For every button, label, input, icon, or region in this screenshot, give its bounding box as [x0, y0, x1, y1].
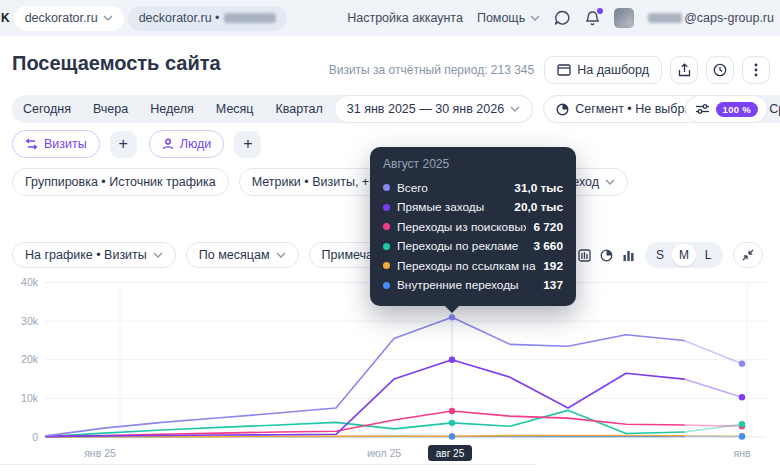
tooltip-row-value: 6 720	[533, 220, 563, 234]
tooltip-row: Переходы из поисковых с...6 720	[383, 217, 563, 237]
series-dot-icon	[383, 204, 390, 211]
segment-pie-icon	[556, 103, 569, 116]
compare-icon	[25, 138, 38, 150]
people-metric-pill[interactable]: Люди	[149, 130, 225, 158]
svg-text:0: 0	[32, 431, 38, 443]
period-filter-row: Сегодня Вчера Неделя Месяц Квартал 31 ян…	[12, 95, 780, 123]
chart-size-switcher: S M L	[645, 242, 723, 268]
size-l[interactable]: L	[696, 244, 720, 266]
svg-text:янв 25: янв 25	[84, 447, 116, 459]
dashboard-icon	[557, 64, 571, 76]
collapse-icon	[742, 249, 754, 261]
tooltip-row: Переходы по рекламе3 660	[383, 237, 563, 257]
people-metric-label: Люди	[180, 137, 212, 151]
visits-metric-label: Визиты	[44, 137, 87, 151]
tooltip-rows: Всего31,0 тысПрямые заходы20,0 тысПерехо…	[383, 178, 563, 295]
svg-text:янв: янв	[733, 447, 750, 459]
counter-selector-label: deckorator.ru	[25, 11, 98, 25]
sampling-button[interactable]: 100 %	[685, 95, 768, 123]
visits-metric-pill[interactable]: Визиты	[12, 130, 100, 158]
series-dot-icon	[383, 243, 390, 250]
account-settings-link[interactable]: Настройка аккаунта	[347, 11, 463, 25]
tooltip-row: Переходы по ссылкам на ...192	[383, 256, 563, 276]
site-favicon-icon: K	[1, 11, 10, 25]
history-button[interactable]	[706, 56, 734, 84]
chart-view-controls: S M L	[578, 242, 763, 268]
tooltip-row-value: 3 660	[533, 239, 563, 253]
grouping-label: Группировка • Источник трафика	[25, 175, 216, 189]
on-chart-selector[interactable]: На графике • Визиты	[12, 242, 176, 268]
avatar[interactable]	[614, 8, 634, 28]
counter-breadcrumb[interactable]: deckorator.ru •	[128, 6, 288, 31]
notification-dot	[597, 8, 603, 14]
to-dashboard-label: На дашборд	[577, 63, 649, 77]
add-people-metric-button[interactable]: +	[234, 131, 261, 158]
tab-quarter[interactable]: Квартал	[265, 102, 334, 116]
metrics-row: Визиты + Люди +	[12, 130, 261, 158]
series-dot-icon	[383, 223, 390, 230]
period-visits-total: Визиты за отчётный период: 213 345	[329, 63, 535, 77]
on-chart-label: На графике • Визиты	[25, 248, 147, 262]
attribution-label: еход	[572, 175, 599, 189]
counter-selector[interactable]: deckorator.ru	[14, 6, 124, 31]
person-icon	[162, 138, 174, 150]
tooltip-row-value: 137	[543, 278, 563, 292]
more-menu-button[interactable]	[742, 56, 770, 84]
tab-week[interactable]: Неделя	[139, 102, 205, 116]
help-label: Помощь	[477, 11, 525, 25]
tooltip-row: Внутренние переходы137	[383, 276, 563, 296]
notifications-button[interactable]	[585, 10, 600, 26]
metrics-label: Метрики • Визиты, +2	[252, 175, 376, 189]
svg-text:10k: 10k	[21, 392, 39, 404]
granularity-selector[interactable]: По месяцам	[186, 242, 299, 268]
chat-button[interactable]	[554, 10, 571, 26]
share-icon	[678, 63, 691, 77]
svg-text:30k: 30k	[21, 315, 39, 327]
tab-month[interactable]: Месяц	[205, 102, 265, 116]
sampling-badge: 100 %	[716, 102, 758, 117]
tooltip-row: Всего31,0 тыс	[383, 178, 563, 198]
grouping-selector[interactable]: Группировка • Источник трафика	[12, 168, 229, 196]
tooltip-row-label: Всего	[397, 181, 507, 195]
chart-controls-row: На графике • Визиты По месяцам Примечани…	[12, 242, 429, 268]
add-metric-button[interactable]: +	[110, 131, 137, 158]
size-s[interactable]: S	[648, 244, 672, 266]
chevron-down-icon	[103, 15, 113, 21]
tab-today[interactable]: Сегодня	[12, 102, 82, 116]
date-range-label: 31 янв 2025 — 30 янв 2026	[347, 102, 504, 116]
page-title: Посещаемость сайта	[12, 52, 221, 75]
tooltip-row-label: Внутренние переходы	[397, 278, 536, 292]
chat-icon	[554, 10, 571, 26]
export-button[interactable]	[670, 56, 698, 84]
chevron-down-icon	[605, 179, 615, 185]
compare-label: Сравнение	[769, 102, 780, 116]
to-dashboard-button[interactable]: На дашборд	[544, 56, 662, 84]
tooltip-row-label: Прямые заходы	[397, 200, 507, 214]
series-dot-icon	[383, 282, 390, 289]
metrics-selector[interactable]: Метрики • Визиты, +2	[239, 168, 389, 196]
collapse-chart-button[interactable]	[733, 242, 763, 268]
pie-chart-icon[interactable]	[600, 249, 613, 262]
help-menu[interactable]: Помощь	[477, 11, 540, 25]
segment-label: Сегмент • Не выбран	[575, 102, 698, 116]
svg-text:июл 25: июл 25	[367, 447, 401, 459]
tooltip-row: Прямые заходы20,0 тыс	[383, 198, 563, 218]
date-range-picker[interactable]: 31 янв 2025 — 30 янв 2026	[334, 95, 533, 123]
size-m[interactable]: M	[672, 244, 696, 266]
chevron-down-icon	[530, 15, 540, 21]
tooltip-row-label: Переходы по ссылкам на ...	[397, 259, 536, 273]
tab-yesterday[interactable]: Вчера	[82, 102, 139, 116]
period-tabs: Сегодня Вчера Неделя Месяц Квартал 31 ян…	[12, 95, 533, 123]
stacked-chart-icon[interactable]	[578, 249, 591, 262]
granularity-label: По месяцам	[199, 248, 270, 262]
account-email[interactable]: @caps-group.ru	[648, 11, 774, 25]
series-dot-icon	[383, 262, 390, 269]
chart-tooltip: Август 2025 Всего31,0 тысПрямые заходы20…	[370, 147, 576, 306]
counter-breadcrumb-label: deckorator.ru •	[139, 11, 220, 25]
chevron-down-icon	[510, 106, 520, 112]
bar-chart-icon[interactable]	[622, 249, 635, 262]
svg-text:авг 25: авг 25	[436, 448, 465, 459]
tooltip-row-value: 31,0 тыс	[514, 181, 563, 195]
tooltip-row-value: 192	[543, 259, 563, 273]
tooltip-arrow	[444, 305, 460, 313]
